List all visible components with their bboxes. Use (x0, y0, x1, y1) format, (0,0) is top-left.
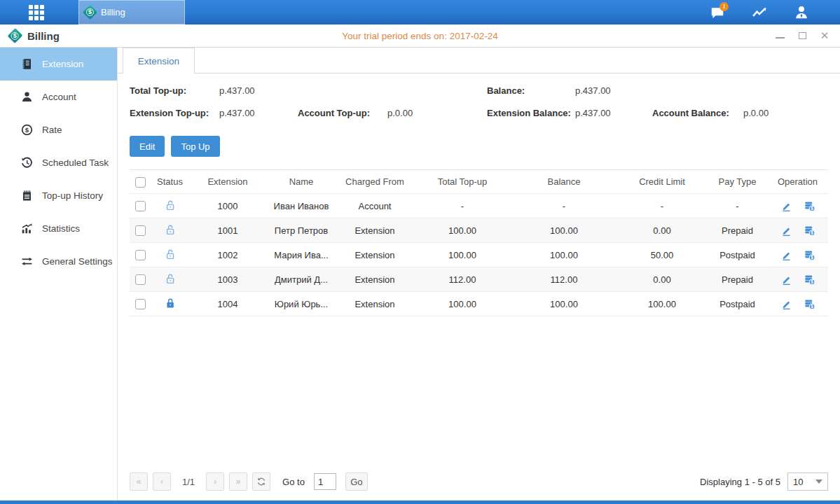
sidebar-item-rate[interactable]: $ Rate (0, 113, 117, 146)
balance-label: Balance: (487, 85, 575, 96)
page-size-select[interactable]: 10 (787, 472, 828, 491)
sidebar-item-topup-history[interactable]: Top-up History (0, 179, 117, 212)
app-grid-icon (29, 5, 44, 20)
credit-limit-cell: 50.00 (617, 250, 708, 260)
user-icon (793, 5, 810, 20)
taskbar-tab-billing[interactable]: $ Billing (78, 0, 185, 24)
messages-button[interactable]: ! (700, 0, 735, 24)
total-topup-value: p.437.00 (219, 85, 298, 96)
tab-label: Extension (138, 56, 179, 66)
sidebar-item-account[interactable]: Account (0, 80, 117, 113)
lock-open-icon (165, 273, 176, 284)
top-up-icon[interactable]: $ (804, 249, 815, 261)
table-row: 1001 Петр Петров Extension 100.00 100.00… (130, 218, 828, 243)
pay-type-cell: Postpaid (708, 250, 767, 260)
account-topup-label: Account Top-up: (298, 108, 387, 118)
table-row: 1003 Дмитрий Д... Extension 112.00 112.0… (130, 267, 828, 292)
row-checkbox[interactable] (135, 225, 146, 236)
header-pay-type: Pay Type (708, 176, 767, 187)
maximize-button[interactable] (797, 30, 808, 41)
chevron-down-icon (815, 479, 822, 484)
sidebar-item-scheduled-task[interactable]: Scheduled Task (0, 146, 117, 179)
notification-badge: ! (719, 2, 729, 11)
row-checkbox[interactable] (135, 299, 146, 309)
top-up-icon[interactable]: $ (804, 298, 815, 310)
lock-open-icon (165, 200, 176, 211)
top-up-icon[interactable]: $ (804, 200, 815, 212)
row-checkbox[interactable] (135, 274, 146, 285)
account-balance-value: p.0.00 (743, 108, 840, 118)
notepad-icon (21, 190, 33, 202)
total-topup-cell: 100.00 (413, 299, 511, 309)
balance-cell: 112.00 (511, 274, 617, 285)
goto-page-input[interactable] (314, 473, 336, 490)
svg-text:$: $ (811, 304, 813, 309)
line-chart-icon (750, 5, 769, 20)
minimize-button[interactable] (774, 30, 785, 41)
edit-icon[interactable] (780, 298, 792, 310)
app-grid-button[interactable] (20, 0, 53, 24)
credit-limit-cell: - (617, 201, 708, 211)
prev-page-button[interactable]: ‹ (153, 472, 171, 491)
select-all-checkbox[interactable] (135, 177, 146, 188)
header-extension: Extension (189, 176, 266, 187)
extension-cell: 1002 (189, 250, 266, 260)
row-checkbox[interactable] (135, 201, 146, 211)
sidebar-item-statistics[interactable]: Statistics (0, 212, 117, 245)
billing-app-icon: $ (83, 5, 97, 20)
top-up-button[interactable]: Top Up (171, 136, 219, 157)
close-button[interactable]: ✕ (819, 30, 830, 41)
sidebar-item-general-settings[interactable]: General Settings (0, 245, 117, 278)
bottom-accent-strip (0, 500, 840, 504)
tab-strip: Extension (118, 48, 840, 74)
transfer-arrows-icon (21, 255, 33, 267)
first-page-button[interactable]: « (130, 472, 148, 491)
account-topup-value: p.0.00 (387, 108, 487, 118)
edit-icon[interactable] (780, 249, 792, 261)
taskbar: $ Billing ! (0, 0, 840, 24)
bar-chart-arrow-icon (21, 223, 33, 234)
person-icon (21, 91, 33, 103)
header-status: Status (151, 176, 189, 187)
last-page-button[interactable]: » (229, 472, 247, 491)
edit-icon[interactable] (780, 200, 792, 212)
header-credit-limit: Credit Limit (617, 176, 708, 187)
credit-limit-cell: 0.00 (617, 225, 708, 236)
pay-type-cell: Prepaid (708, 225, 767, 236)
pay-type-cell: Postpaid (708, 299, 767, 309)
charged-from-cell: Extension (336, 225, 413, 236)
row-checkbox[interactable] (135, 250, 146, 260)
edit-icon[interactable] (780, 225, 792, 237)
go-button[interactable]: Go (345, 472, 368, 491)
next-page-button[interactable]: › (206, 472, 224, 491)
statistics-button[interactable] (742, 0, 777, 24)
sidebar-item-label: Scheduled Task (42, 158, 109, 168)
charged-from-cell: Extension (336, 299, 413, 309)
table-row: 1000 Иван Иванов Account - - - - $ (130, 194, 828, 218)
pay-type-cell: Prepaid (708, 274, 767, 285)
user-account-button[interactable] (784, 0, 819, 24)
pay-type-cell: - (708, 201, 767, 211)
svg-text:$: $ (811, 206, 813, 211)
account-balance-label: Account Balance: (652, 108, 743, 118)
window-titlebar: $ Billing Your trial period ends on: 201… (0, 24, 840, 48)
header-charged-from: Charged From (336, 176, 413, 187)
refresh-button[interactable] (252, 472, 270, 491)
edit-icon[interactable] (780, 274, 792, 286)
window-title: Billing (27, 30, 60, 42)
balance-cell: 100.00 (511, 250, 617, 260)
tab-extension[interactable]: Extension (123, 48, 195, 74)
sidebar-item-label: General Settings (42, 256, 113, 267)
sidebar-item-label: Account (42, 92, 76, 102)
svg-text:$: $ (811, 279, 813, 285)
edit-button[interactable]: Edit (130, 136, 165, 157)
top-up-icon[interactable]: $ (804, 274, 815, 286)
top-up-icon[interactable]: $ (804, 225, 815, 237)
total-topup-label: Total Top-up: (130, 85, 219, 96)
table-row: 1002 Мария Ива... Extension 100.00 100.0… (130, 243, 828, 267)
extension-cell: 1003 (189, 274, 266, 285)
extension-cell: 1000 (189, 201, 266, 211)
extension-balance-value: p.437.00 (575, 108, 652, 118)
name-cell: Мария Ива... (266, 250, 336, 260)
sidebar-item-extension[interactable]: Extension (0, 48, 117, 80)
